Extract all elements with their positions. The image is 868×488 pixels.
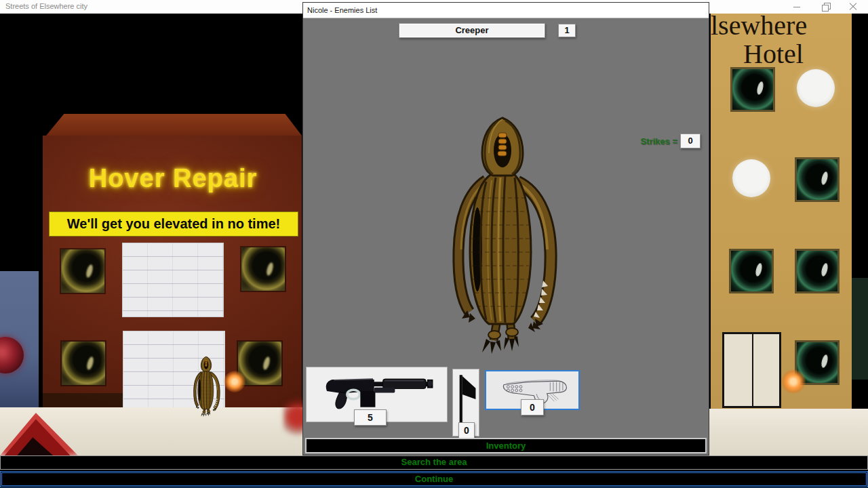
repair-shop-sign: Hover Repair <box>54 164 292 195</box>
close-icon <box>849 3 857 11</box>
continue-button[interactable]: Continue <box>0 471 868 487</box>
elevator-doors[interactable] <box>722 332 781 408</box>
dialog-title: Nicole - Enemies List <box>307 6 377 14</box>
strikes-label: Strikes = <box>620 136 677 146</box>
garage-door-upper <box>122 243 224 317</box>
hotel-window-lit <box>732 159 770 197</box>
raygun-ammo-box: 0 <box>521 399 544 415</box>
porthole-light <box>61 249 104 293</box>
window-title: Streets of Elsewhere city <box>5 2 87 10</box>
hotel-window <box>797 251 837 291</box>
ground-right <box>709 409 868 455</box>
dialog-body: Creeper 1 Strikes = 0 5 0 0 Inventory <box>303 18 709 455</box>
maximize-button[interactable] <box>815 0 835 14</box>
porthole-light <box>241 247 285 291</box>
hotel-window <box>732 69 773 110</box>
orange-orb <box>224 371 245 392</box>
game-window: Streets of Elsewhere city Hover Repair W… <box>0 0 868 488</box>
enemies-list-dialog: Nicole - Enemies List Creeper 1 Strikes … <box>302 2 709 455</box>
red-roof <box>0 410 78 455</box>
restore-icon <box>823 4 829 10</box>
search-area-button[interactable]: Search the area <box>0 455 868 470</box>
repair-shop-banner: We'll get you elevated in no time! <box>49 211 298 237</box>
enemy-count-box: 1 <box>558 24 576 37</box>
creeper-portrait <box>441 115 564 356</box>
hotel-sign-line1: lsewhere <box>711 14 850 41</box>
shotgun-ammo-box: 5 <box>354 409 387 426</box>
creeper-sprite <box>191 348 222 417</box>
hotel-window <box>797 159 837 200</box>
minimize-button[interactable] <box>787 0 807 14</box>
repair-shop-roof <box>46 114 302 136</box>
hotel-window <box>731 251 772 291</box>
axe-ammo-box: 0 <box>458 422 475 439</box>
dark-structure <box>852 278 868 380</box>
elevator-door-seam <box>752 334 753 406</box>
hotel-window-lit <box>797 69 835 107</box>
enemy-name-button[interactable]: Creeper <box>399 23 545 38</box>
minimize-icon <box>793 7 800 7</box>
hotel-sign-line2: Hotel <box>711 39 836 69</box>
dialog-titlebar[interactable]: Nicole - Enemies List <box>303 3 709 18</box>
strikes-value-box: 0 <box>680 134 701 148</box>
inventory-button[interactable]: Inventory <box>305 438 707 453</box>
porthole-light <box>62 342 105 385</box>
close-button[interactable] <box>843 0 863 14</box>
orange-orb <box>781 369 806 394</box>
